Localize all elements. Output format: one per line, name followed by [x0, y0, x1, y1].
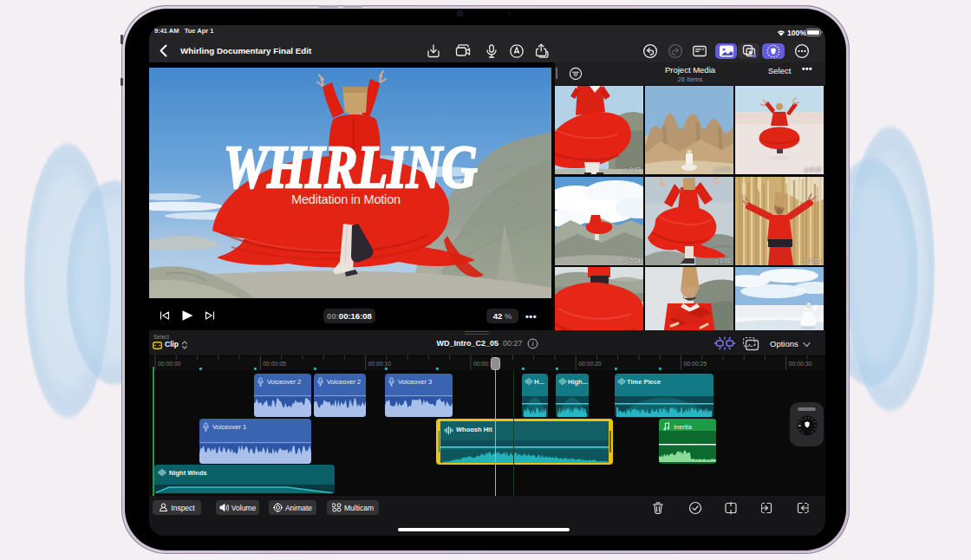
svg-text:00:00:30: 00:00:30 [789, 361, 812, 367]
svg-text:00:00:25: 00:00:25 [684, 361, 707, 367]
svg-text:00:00:10: 00:00:10 [368, 361, 392, 367]
svg-text:00:00:05: 00:00:05 [263, 361, 286, 367]
svg-text:100%: 100% [787, 29, 806, 37]
svg-text:00:00:00: 00:00:00 [158, 361, 181, 367]
svg-text:i: i [531, 340, 533, 348]
svg-text:00:00:20: 00:00:20 [578, 361, 602, 367]
